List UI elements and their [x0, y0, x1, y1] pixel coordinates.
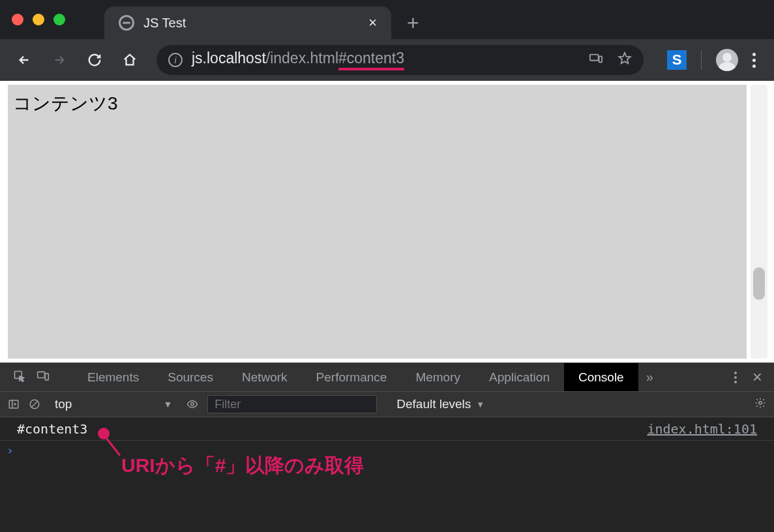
profile-avatar[interactable]	[716, 49, 738, 71]
content-heading: コンテンツ3	[13, 93, 118, 113]
console-toolbar: top ▼ Default levels ▼	[0, 391, 774, 417]
svg-rect-3	[38, 372, 45, 377]
globe-icon	[119, 15, 134, 31]
tab-title: JS Test	[143, 16, 357, 31]
browser-toolbar: i js.localhost/index.html#content3 S	[0, 39, 774, 81]
traffic-lights	[12, 14, 65, 25]
scrollbar-thumb[interactable]	[753, 267, 765, 300]
console-log-message: #content3	[17, 421, 87, 437]
devtools-tab-memory[interactable]: Memory	[401, 363, 475, 391]
toggle-device-button[interactable]	[31, 370, 55, 385]
devtools-tab-performance[interactable]: Performance	[302, 363, 402, 391]
inspect-element-button[interactable]	[8, 370, 31, 385]
devtools-tab-elements[interactable]: Elements	[73, 363, 153, 391]
devtools-tabbar: Elements Sources Network Performance Mem…	[0, 362, 774, 391]
svg-point-9	[191, 403, 194, 406]
devtools-close-button[interactable]: ×	[749, 367, 766, 387]
browser-tabs: JS Test × +	[104, 0, 419, 39]
window-titlebar: JS Test × +	[0, 0, 774, 39]
console-levels-label: Default levels	[396, 397, 471, 411]
forward-button[interactable]	[44, 45, 74, 75]
console-filter-input[interactable]	[207, 395, 377, 413]
devtools-tab-sources[interactable]: Sources	[153, 363, 228, 391]
chevron-down-icon: ▼	[163, 399, 172, 409]
svg-line-8	[32, 402, 38, 407]
console-context-selector[interactable]: top ▼	[50, 397, 177, 411]
window-close-button[interactable]	[12, 14, 23, 25]
window-minimize-button[interactable]	[33, 14, 44, 25]
console-log-source[interactable]: index.html:101	[647, 421, 757, 437]
console-log-row[interactable]: #content3 index.html:101	[0, 417, 774, 441]
console-sidebar-toggle[interactable]	[8, 398, 20, 410]
console-output: #content3 index.html:101 ›	[0, 417, 774, 532]
svg-rect-1	[599, 56, 603, 62]
back-button[interactable]	[9, 45, 39, 75]
annotation-uri-label: URIから「#」以降のみ取得	[121, 452, 364, 479]
site-info-icon[interactable]: i	[168, 53, 183, 67]
url-host: js.localhost	[192, 50, 266, 67]
toolbar-separator	[701, 50, 702, 70]
new-tab-button[interactable]: +	[407, 7, 419, 39]
browser-menu-button[interactable]	[743, 48, 765, 73]
viewport-scrollbar[interactable]	[751, 85, 767, 359]
console-context-label: top	[55, 397, 72, 411]
url-text: js.localhost/index.html#content3	[192, 50, 404, 70]
extension-icon[interactable]: S	[667, 50, 687, 70]
devtools-tabs-overflow[interactable]: »	[638, 370, 661, 385]
url-hash: #content3	[338, 50, 404, 70]
bookmark-star-icon[interactable]	[618, 52, 632, 68]
page-content: コンテンツ3	[8, 85, 747, 359]
live-expression-button[interactable]	[186, 398, 198, 410]
page-viewport: コンテンツ3	[0, 81, 774, 362]
svg-point-10	[759, 402, 762, 405]
console-settings-button[interactable]	[754, 397, 766, 411]
clear-console-button[interactable]	[29, 398, 40, 410]
devtools-tab-console[interactable]: Console	[564, 363, 638, 391]
reload-button[interactable]	[80, 45, 110, 75]
svg-rect-0	[590, 55, 599, 61]
svg-rect-5	[9, 400, 18, 408]
devtools-tab-network[interactable]: Network	[228, 363, 302, 391]
browser-tab[interactable]: JS Test ×	[104, 7, 391, 39]
device-icon[interactable]	[589, 52, 603, 68]
close-tab-button[interactable]: ×	[366, 12, 380, 34]
devtools-menu-button[interactable]	[734, 372, 737, 383]
home-button[interactable]	[115, 45, 145, 75]
url-path: /index.html	[266, 50, 338, 67]
window-maximize-button[interactable]	[53, 14, 65, 25]
address-bar[interactable]: i js.localhost/index.html#content3	[156, 45, 644, 75]
chevron-down-icon: ▼	[476, 400, 484, 409]
console-prompt-chevron: ›	[7, 443, 14, 457]
svg-rect-4	[45, 373, 48, 379]
devtools-tab-application[interactable]: Application	[475, 363, 564, 391]
console-levels-selector[interactable]: Default levels ▼	[396, 397, 484, 411]
